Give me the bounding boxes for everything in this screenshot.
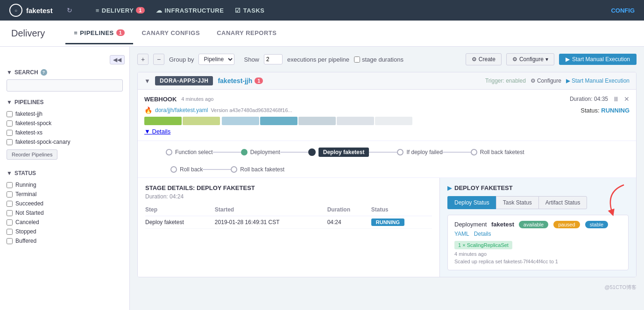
progress-segment-2 [183,117,220,125]
delivery-icon: ≡ [96,7,99,14]
cancel-button[interactable]: ✕ [624,95,630,103]
stage-node-roll-back-faketest-2[interactable]: Roll back faketest [231,166,284,173]
yaml-link[interactable]: YAML [454,231,469,237]
pause-button[interactable]: ⏸ [613,95,619,103]
stage-dot-if-deploy-failed [397,149,403,155]
details-link[interactable]: ▼ Details [144,128,170,135]
col-duration: Duration [327,204,371,216]
deployment-title: Deployment faketest available paused sta… [454,221,622,228]
nav-infrastructure[interactable]: ☁ INFRASTRUCTURE [156,7,224,14]
pipeline-configure-link[interactable]: ⚙ Configure [531,78,561,84]
cell-started: 2019-01-28 16:49:31 CST [215,216,327,229]
cell-duration: 04:24 [327,216,371,229]
scaled-text: Scaled up replica set faketest-7f44c4f4c… [454,259,622,264]
tab-artifact-status[interactable]: Artifact Status [538,196,587,209]
search-input[interactable] [7,79,123,92]
version-label: Version a43e7480ad96382468f16... [211,107,292,113]
remove-pipeline-button[interactable]: − [153,54,164,65]
toggle-pipelines-arrow[interactable]: ▼ [7,99,12,106]
tab-pipelines[interactable]: ≡ PIPELINES 1 [65,23,133,44]
sidebar-collapse-button[interactable]: ◀◀ [110,55,125,64]
tab-canary-reports[interactable]: CANARY REPORTS [208,23,285,44]
list-item: Buffered [7,236,123,246]
status-checkbox-stopped[interactable] [7,229,13,235]
time-ago-label: 4 minutes ago [454,251,622,257]
execution-file: 🔥 dora/jjh/faketest.yaml Version a43e748… [144,106,630,114]
play-icon-pipeline: ▶ [566,78,570,84]
executions-count-input[interactable] [264,54,283,64]
sidebar: ◀◀ ▼ SEARCH ? ▼ PIPELINES faketest-jjh [0,47,130,310]
pipeline-start-manual-link[interactable]: ▶ Start Manual Execution [566,78,630,84]
content-area: + − Group by Pipeline Show executions pe… [130,47,644,310]
time-label: 4 minutes ago [181,96,213,102]
refresh-icon[interactable]: ↻ [67,7,72,14]
status-checkbox-buffered[interactable] [7,238,13,244]
table-row: Deploy faketest 2019-01-28 16:49:31 CST … [145,216,432,229]
gear-icon-configure: ⚙ [512,56,517,63]
webhook-label: WEBHOOK [144,96,177,103]
start-manual-execution-button[interactable]: ▶ Start Manual Execution [559,54,637,65]
status-checkbox-succeeded[interactable] [7,201,13,207]
copyright: @51CTO博客 [137,284,637,291]
pipeline-checkbox-spock-canary[interactable] [7,139,13,145]
gear-icon: ⚙ [472,56,477,63]
scaling-badge-row: 1 × ScalingReplicaSet [454,241,622,251]
badge-available: available [519,221,548,228]
stage-connector-2 [280,152,308,153]
stage-node-deployment[interactable]: Deployment [241,149,280,155]
brand-icon: ○ [9,4,22,17]
reorder-pipelines-button[interactable]: Reorder Pipelines [7,149,57,160]
executions-label: executions per pipeline [287,56,349,63]
nav-delivery[interactable]: ≡ DELIVERY 1 [96,7,145,14]
toggle-search-arrow[interactable]: ▼ [7,69,12,76]
top-navigation: ○ faketest ↻ ≡ DELIVERY 1 ☁ INFRASTRUCTU… [0,0,644,21]
status-checkbox-canceled[interactable] [7,219,13,225]
stage-row-2: Roll back Roll back faketest [166,166,627,173]
status-checkbox-not-started[interactable] [7,210,13,216]
create-button[interactable]: ⚙ Create [466,53,502,65]
tab-canary-configs[interactable]: CANARY CONFIGS [133,23,208,44]
sidebar-pipelines-section: ▼ PIPELINES faketest-jjh faketest-spock … [0,94,129,165]
sidebar-search-section: ▼ SEARCH ? [0,64,129,94]
status-running: Status: RUNNING [580,107,630,114]
file-link[interactable]: dora/jjh/faketest.yaml [155,107,208,113]
stage-connector-1 [213,152,241,153]
deploy-links: YAML Details [454,231,622,237]
group-by-label: Group by [169,56,194,63]
stage-node-roll-back[interactable]: Roll back [170,166,203,173]
progress-segment-5 [298,117,336,125]
pipeline-checkbox-jjh[interactable] [7,111,13,117]
status-checkbox-running[interactable] [7,182,13,188]
stage-dot-roll-back-faketest [471,149,477,155]
pipeline-checkbox-xs[interactable] [7,130,13,136]
stage-durations-checkbox[interactable] [354,56,360,63]
pipeline-checkbox-spock[interactable] [7,120,13,127]
nav-tasks[interactable]: ☑ TASKS [235,7,264,14]
tab-task-status[interactable]: Task Status [496,196,538,209]
page-title: Delivery [11,21,56,46]
add-pipeline-button[interactable]: + [137,54,149,65]
group-by-select[interactable]: Pipeline [198,54,234,65]
list-item: Terminal [7,190,123,199]
stage-connector-4 [443,152,471,153]
pipeline-collapse-icon[interactable]: ▼ [144,78,150,85]
pipeline-name-badge: DORA-APPS-JJH [155,76,213,85]
list-item: faketest-spock-canary [7,137,123,147]
stage-node-function-select[interactable]: Function select [166,149,213,155]
details-link-panel[interactable]: Details [474,231,491,237]
stage-node-deploy-faketest[interactable]: Deploy faketest [308,148,369,157]
pipeline-block: ▼ DORA-APPS-JJH faketest-jjh 1 Trigger: … [137,72,637,277]
pipeline-list: faketest-jjh faketest-spock faketest-xs … [7,109,123,147]
stage-node-roll-back-faketest[interactable]: Roll back faketest [471,149,524,155]
pipelines-section-title: ▼ PIPELINES [7,99,123,106]
toggle-status-arrow[interactable]: ▼ [7,170,12,176]
config-link[interactable]: CONFIG [611,7,635,14]
tab-deploy-status[interactable]: Deploy Status [447,196,496,209]
arrow-annotation [601,183,629,221]
configure-button[interactable]: ⚙ Configure ▾ [506,53,554,65]
stage-node-if-deploy-failed[interactable]: If deploy failed [397,149,442,155]
status-section-title: ▼ STATUS [7,170,123,176]
arrow-svg [601,183,629,220]
toolbar: + − Group by Pipeline Show executions pe… [137,53,637,65]
status-checkbox-terminal[interactable] [7,191,13,197]
